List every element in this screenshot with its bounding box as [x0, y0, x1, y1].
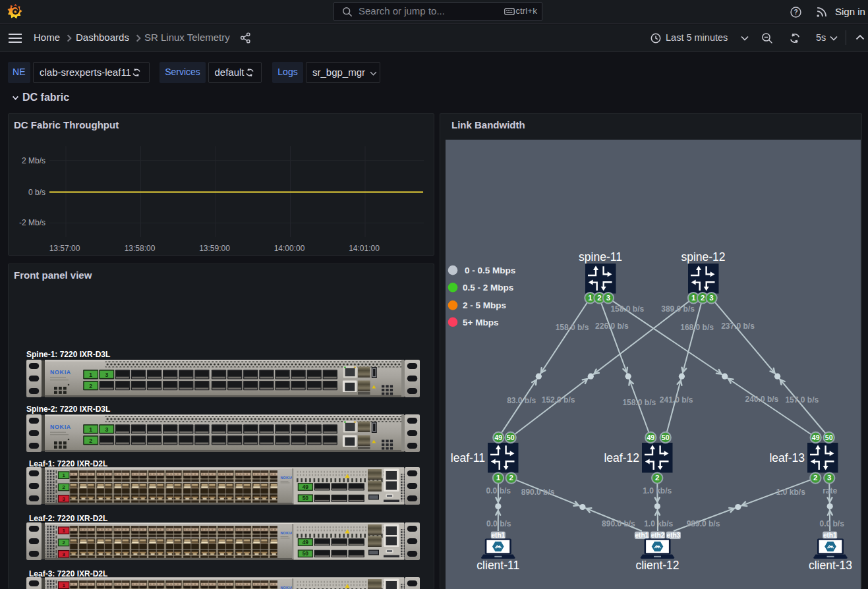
svg-text:NOKIA: NOKIA [50, 424, 71, 430]
svg-text:158.0 b/s: 158.0 b/s [622, 398, 656, 407]
svg-text:eth1: eth1 [635, 532, 649, 539]
svg-text:NOKIA: NOKIA [280, 476, 292, 480]
svg-text:client-12: client-12 [635, 559, 679, 572]
svg-text:0.0 b/s: 0.0 b/s [486, 519, 511, 528]
svg-text:0.0 b/s: 0.0 b/s [486, 486, 511, 495]
svg-text:3: 3 [827, 474, 831, 482]
svg-text:226.0 b/s: 226.0 b/s [595, 322, 629, 331]
svg-text:240.0 b/s: 240.0 b/s [745, 395, 779, 404]
svg-text:49: 49 [302, 484, 308, 490]
svg-text:50: 50 [302, 495, 308, 501]
svg-text:2: 2 [89, 383, 92, 389]
svg-text:13:59:00: 13:59:00 [199, 244, 230, 253]
svg-text:-2 Mb/s: -2 Mb/s [19, 218, 45, 227]
svg-text:83.0 b/s: 83.0 b/s [507, 396, 536, 405]
svg-text:49: 49 [302, 539, 308, 546]
svg-text:50: 50 [507, 434, 515, 441]
svg-text:2: 2 [509, 474, 513, 482]
svg-text:3: 3 [105, 426, 108, 433]
svg-text:3: 3 [105, 372, 108, 378]
svg-text:1: 1 [62, 528, 65, 534]
svg-text:157.0 b/s: 157.0 b/s [785, 395, 819, 405]
svg-text:2: 2 [62, 540, 65, 546]
svg-text:1: 1 [89, 372, 92, 378]
svg-text:1.0 kb/s: 1.0 kb/s [776, 488, 805, 497]
svg-text:?: ? [794, 9, 797, 16]
svg-text:1: 1 [62, 582, 65, 588]
svg-text:890.0 b/s: 890.0 b/s [602, 519, 635, 528]
svg-text:2 - 5 Mbps: 2 - 5 Mbps [463, 300, 506, 310]
svg-text:1.0 kb/s: 1.0 kb/s [643, 486, 672, 495]
svg-text:eth2: eth2 [651, 532, 665, 539]
svg-text:0 - 0.5 Mbps: 0 - 0.5 Mbps [465, 266, 515, 275]
svg-text:2: 2 [62, 484, 65, 490]
svg-text:3: 3 [606, 294, 610, 302]
svg-text:1: 1 [496, 474, 501, 482]
svg-text:eth1: eth1 [823, 532, 837, 539]
svg-text:NOKIA: NOKIA [50, 369, 71, 376]
svg-text:client-13: client-13 [809, 559, 852, 572]
svg-text:1.0 kb/s: 1.0 kb/s [644, 519, 673, 528]
svg-text:49: 49 [812, 434, 820, 441]
svg-text:890.0 b/s: 890.0 b/s [521, 488, 555, 497]
svg-text:158.0 b/s: 158.0 b/s [556, 323, 589, 332]
svg-text:3: 3 [62, 496, 65, 502]
svg-text:1: 1 [62, 472, 65, 478]
svg-text:1: 1 [89, 426, 92, 433]
svg-text:2: 2 [597, 294, 601, 302]
svg-text:leaf-13: leaf-13 [769, 451, 805, 464]
svg-text:14:00:00: 14:00:00 [274, 244, 305, 253]
svg-text:50: 50 [662, 434, 670, 441]
svg-text:leaf-12: leaf-12 [604, 451, 639, 464]
svg-text:241.0 b/s: 241.0 b/s [660, 395, 693, 405]
svg-text:152.0 b/s: 152.0 b/s [542, 395, 575, 405]
svg-text:5+ Mbps: 5+ Mbps [463, 318, 498, 327]
svg-text:1: 1 [588, 294, 593, 302]
svg-text:eth1: eth1 [492, 532, 506, 539]
svg-text:49: 49 [647, 434, 654, 441]
svg-text:2: 2 [813, 474, 817, 482]
svg-text:2 Mb/s: 2 Mb/s [22, 156, 45, 165]
svg-text:168.0 b/s: 168.0 b/s [680, 323, 714, 332]
svg-text:237.0 b/s: 237.0 b/s [721, 322, 755, 331]
svg-text:49: 49 [494, 434, 502, 441]
svg-text:eth3: eth3 [667, 532, 681, 539]
svg-text:0 b/s: 0 b/s [28, 188, 45, 197]
svg-text:1: 1 [691, 294, 696, 302]
svg-text:2: 2 [89, 437, 92, 444]
svg-text:NOKIA: NOKIA [280, 586, 292, 589]
svg-text:0.0 b/s: 0.0 b/s [820, 519, 845, 528]
svg-text:0.5 - 2 Mbps: 0.5 - 2 Mbps [463, 283, 513, 293]
svg-text:158.0 b/s: 158.0 b/s [610, 304, 644, 314]
svg-text:spine-12: spine-12 [681, 250, 725, 264]
svg-text:2: 2 [655, 474, 659, 482]
svg-text:389.0 b/s: 389.0 b/s [661, 304, 695, 314]
svg-text:50: 50 [302, 550, 308, 557]
svg-text:leaf-11: leaf-11 [451, 451, 485, 464]
svg-text:client-11: client-11 [477, 559, 519, 572]
svg-text:13:57:00: 13:57:00 [49, 244, 80, 253]
svg-text:14:01:00: 14:01:00 [349, 244, 380, 253]
svg-text:50: 50 [825, 434, 833, 441]
svg-text:989.0 b/s: 989.0 b/s [687, 519, 720, 528]
svg-text:2: 2 [701, 294, 705, 302]
svg-text:NOKIA: NOKIA [280, 531, 292, 535]
svg-text:3: 3 [709, 294, 713, 302]
svg-text:3: 3 [62, 551, 65, 557]
svg-text:spine-11: spine-11 [579, 250, 622, 264]
svg-text:rate: rate [823, 486, 837, 495]
svg-text:13:58:00: 13:58:00 [125, 244, 156, 253]
